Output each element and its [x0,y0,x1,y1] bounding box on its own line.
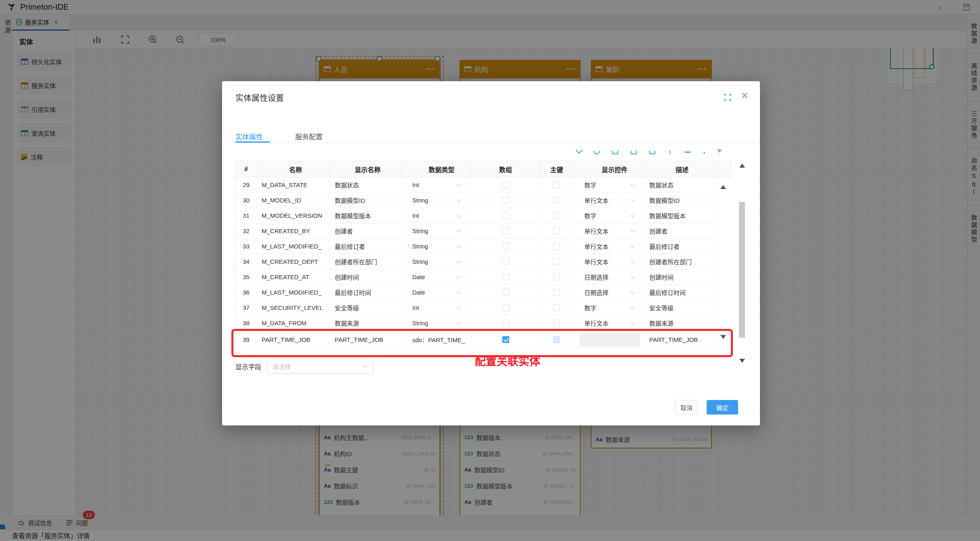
description-cell[interactable]: 创建者所在部门 [645,254,715,269]
description-cell[interactable]: 安全等级 [645,300,715,315]
name-cell[interactable]: M_SECURITY_LEVEL [257,300,330,315]
data-type-select[interactable]: Int [401,177,471,192]
array-checkbox[interactable] [502,227,509,234]
data-type-select[interactable]: sdo：PART_TIME_ [401,331,471,348]
table-row[interactable]: 32M_CREATED_BY创建者String单行文本创建者 [236,223,731,239]
data-type-select[interactable]: Date [401,269,471,284]
data-type-select[interactable]: String [401,239,471,254]
primary-key-checkbox[interactable] [553,336,560,343]
description-cell[interactable]: 创建者 [645,223,715,238]
array-checkbox[interactable] [502,212,509,219]
primary-key-checkbox[interactable] [553,304,560,311]
name-cell[interactable]: M_LAST_MODIFIED_ [257,285,330,300]
display-name-cell[interactable]: 安全等级 [330,300,401,315]
primary-key-checkbox[interactable] [553,243,560,250]
widget-select[interactable]: 数字 [573,177,645,192]
fullscreen-icon[interactable] [724,93,732,101]
description-cell[interactable]: 数据来源 [645,316,715,330]
close-icon[interactable]: ✕ [741,90,749,101]
widget-select[interactable]: 单行文本 [573,254,645,269]
name-cell[interactable]: M_CREATED_BY [257,223,330,238]
name-cell[interactable]: M_CREATED_AT [257,269,330,284]
display-field-select[interactable]: 请选择 [267,358,374,374]
clipped-icon[interactable] [685,152,690,153]
data-type-select[interactable]: String [401,193,471,208]
clipped-icon[interactable] [669,150,670,154]
scroll-up-icon[interactable] [720,182,726,189]
ok-button[interactable]: 确定 [707,400,738,415]
array-checkbox[interactable] [502,181,509,188]
array-checkbox[interactable] [502,274,509,280]
widget-select[interactable]: 单行文本 [573,316,645,330]
primary-key-checkbox[interactable] [553,274,560,280]
table-row[interactable]: 36M_LAST_MODIFIED_最后修订时间Date日期选择最后修订时间 [236,285,731,300]
name-cell[interactable]: M_MODEL_VERSION [257,208,330,223]
description-cell[interactable]: 最后修订者 [645,239,715,254]
widget-select[interactable]: 单行文本 [573,239,645,254]
array-checkbox[interactable] [502,320,509,326]
table-row[interactable]: 38M_DATA_FROM数据来源String单行文本数据来源 [236,316,731,331]
display-name-cell[interactable]: 数据模型版本 [330,208,401,223]
primary-key-checkbox[interactable] [553,289,560,296]
name-cell[interactable]: M_DATA_STATE [257,177,330,192]
description-cell[interactable]: 数据状态 [645,177,715,192]
clipped-icon[interactable] [631,151,637,154]
table-row[interactable]: 31M_MODEL_VERSION数据模型版本Int数字数据模型版本 [236,208,731,223]
display-name-cell[interactable]: PART_TIME_JOB [330,331,401,348]
scrollbar-thumb[interactable] [739,202,745,338]
table-scrollbar[interactable] [715,177,732,347]
array-checkbox[interactable] [502,243,509,250]
array-checkbox[interactable] [502,304,509,311]
display-name-cell[interactable]: 数据状态 [330,177,401,192]
data-type-select[interactable]: Int [401,300,471,315]
table-row[interactable]: 29M_DATA_STATE数据状态Int数字数据状态 [236,177,731,193]
display-name-cell[interactable]: 数据来源 [330,316,401,330]
scroll-up-icon[interactable] [739,161,745,168]
scroll-down-icon[interactable] [720,335,726,342]
name-cell[interactable]: M_DATA_FROM [257,316,330,330]
primary-key-checkbox[interactable] [553,181,560,188]
cancel-button[interactable]: 取消 [675,400,698,415]
array-checkbox[interactable] [502,197,509,204]
name-cell[interactable]: M_LAST_MODIFIED_ [257,239,330,254]
display-name-cell[interactable]: 数据模型ID [330,193,401,208]
clipped-icon[interactable] [717,149,722,155]
array-checkbox[interactable] [502,258,509,265]
data-type-select[interactable]: String [401,223,471,238]
table-row[interactable]: 34M_CREATED_DEPT创建者所在部门String单行文本创建者所在部门 [236,254,731,269]
description-cell[interactable]: 数据模型版本 [645,208,715,223]
clipped-icon[interactable] [612,151,618,154]
name-cell[interactable]: M_MODEL_ID [257,193,330,208]
display-name-cell[interactable]: 创建时间 [330,269,401,284]
widget-select[interactable]: 单行文本 [573,223,645,238]
clipped-icon[interactable] [703,152,705,154]
description-cell[interactable]: 数据模型ID [645,193,715,208]
clipped-icon[interactable] [649,151,655,154]
name-cell[interactable]: PART_TIME_JOB [257,331,330,348]
data-type-select[interactable]: Date [401,285,471,300]
primary-key-checkbox[interactable] [553,197,560,204]
array-checkbox[interactable] [502,289,509,296]
widget-select[interactable]: 数字 [573,300,645,315]
data-type-select[interactable]: Int [401,208,471,223]
description-cell[interactable]: PART_TIME_JOB [645,331,715,348]
tab-entity-properties[interactable]: 实体属性 [235,131,263,141]
table-row[interactable]: 35M_CREATED_AT创建时间Date日期选择创建时间 [236,269,731,285]
primary-key-checkbox[interactable] [553,258,560,265]
table-row[interactable]: 39PART_TIME_JOBPART_TIME_JOBsdo：PART_TIM… [236,331,731,349]
data-type-select[interactable]: String [401,254,471,269]
data-type-select[interactable]: String [401,316,471,330]
display-name-cell[interactable]: 最后修订者 [330,239,401,254]
widget-select[interactable]: 数字 [573,208,645,223]
table-row[interactable]: 37M_SECURITY_LEVEL安全等级Int数字安全等级 [236,300,731,316]
array-checkbox[interactable] [502,336,509,343]
display-name-cell[interactable]: 创建者所在部门 [330,254,401,269]
clipped-icon[interactable] [594,151,600,154]
primary-key-checkbox[interactable] [553,227,560,234]
widget-select[interactable] [573,331,645,348]
modal-scrollbar[interactable] [738,160,746,368]
display-name-cell[interactable]: 创建者 [330,223,401,238]
table-row[interactable]: 30M_MODEL_ID数据模型IDString单行文本数据模型ID [236,193,731,208]
widget-select[interactable]: 日期选择 [573,285,645,300]
tab-service-config[interactable]: 服务配置 [295,131,323,141]
